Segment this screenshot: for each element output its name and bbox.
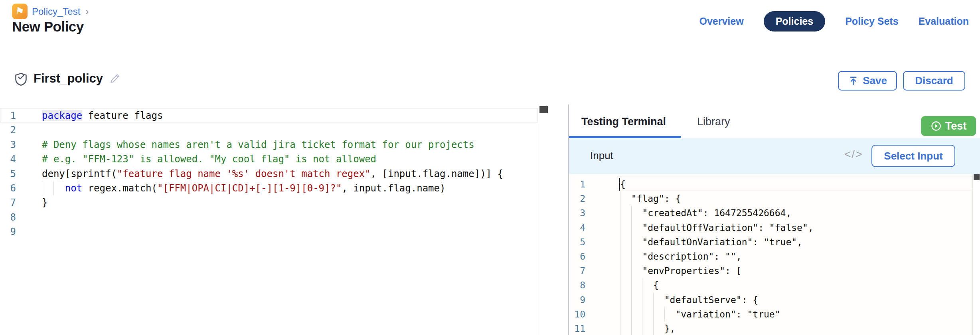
feature-flags-module-icon: ⚑: [12, 4, 28, 19]
code-line[interactable]: 2: [0, 123, 538, 137]
code-line[interactable]: 10 "variation": "true": [569, 307, 973, 321]
code-token: "defaultOnVariation": "true",: [620, 237, 802, 247]
indent-guide: [620, 321, 620, 335]
nav-item-overview[interactable]: Overview: [699, 16, 743, 27]
line-number: 9: [0, 225, 16, 239]
play-icon: [931, 120, 942, 132]
code-token: , input.flag.name): [342, 183, 445, 194]
code-text: "defaultServe": {: [585, 293, 973, 307]
line-number: 1: [569, 177, 585, 191]
code-token: , [input.flag.name])] {: [371, 168, 503, 179]
breadcrumb-project-link[interactable]: Policy_Test: [32, 6, 80, 17]
indent-guide: [631, 206, 632, 220]
code-line[interactable]: 1package feature_flags: [0, 108, 538, 123]
code-text: "createdAt": 1647255426664,: [585, 206, 973, 220]
code-token: feature_flags: [82, 110, 163, 121]
input-editor-scrollbar[interactable]: [972, 174, 980, 335]
indent-guide: [620, 191, 620, 206]
code-line[interactable]: 9 "defaultServe": {: [569, 293, 973, 307]
code-token: "envProperties": [: [620, 266, 742, 276]
code-token: # Deny flags whose names aren't a valid …: [42, 139, 474, 150]
top-header: ⚑ Policy_Test › New Policy Overview Poli…: [0, 0, 980, 49]
code-text: package feature_flags: [16, 108, 538, 123]
scrollbar-thumb[interactable]: [974, 174, 980, 180]
input-json-editor[interactable]: 1{2 "flag": {3 "createdAt": 164725542666…: [569, 174, 973, 335]
indent-guide: [642, 293, 642, 307]
code-text: not regex.match("[FFM|OPA|CI|CD]+[-][1-9…: [16, 181, 538, 195]
code-line[interactable]: 6 "description": "",: [569, 249, 973, 264]
code-line[interactable]: 3# Deny flags whose names aren't a valid…: [0, 138, 538, 152]
indent-guide: [642, 321, 642, 335]
code-line[interactable]: 8: [0, 210, 538, 225]
tab-library[interactable]: Library: [697, 116, 730, 128]
code-token: package: [42, 110, 82, 121]
code-line[interactable]: 11 },: [569, 321, 973, 335]
discard-button[interactable]: Discard: [903, 71, 965, 91]
testing-panel-tabs: Testing Terminal Library Test: [569, 104, 980, 138]
code-line[interactable]: 7}: [0, 195, 538, 210]
code-token: "defaultOffVariation": "false",: [620, 223, 814, 233]
code-line[interactable]: 1{: [569, 177, 973, 191]
policy-editor-scrollbar[interactable]: [538, 104, 549, 335]
line-number: 5: [0, 167, 16, 181]
indent-guide: [620, 221, 620, 235]
tab-testing-terminal[interactable]: Testing Terminal: [581, 116, 666, 128]
scrollbar-thumb[interactable]: [539, 106, 548, 113]
line-number: 11: [569, 321, 585, 335]
indent-guide: [642, 278, 642, 292]
code-line[interactable]: 8 {: [569, 278, 973, 292]
top-nav: Overview Policies Policy Sets Evaluation: [699, 11, 969, 32]
code-text: "flag": {: [585, 191, 973, 206]
code-line[interactable]: 6 not regex.match("[FFM|OPA|CI|CD]+[-][1…: [0, 181, 538, 195]
text-cursor: [619, 178, 620, 191]
code-token: "createdAt": 1647255426664,: [620, 208, 791, 218]
line-number: 6: [0, 181, 16, 195]
code-text: {: [585, 177, 973, 191]
indent-guide: [631, 293, 632, 307]
code-line[interactable]: 4 "defaultOffVariation": "false",: [569, 221, 973, 235]
edit-policy-name-button[interactable]: [109, 72, 121, 85]
line-number: 4: [0, 152, 16, 166]
test-button[interactable]: Test: [921, 116, 976, 136]
code-token: "flag": {: [620, 193, 681, 204]
code-text: # e.g. "FFM-123" is allowed. "My cool fl…: [16, 152, 538, 166]
shield-check-icon: [14, 72, 28, 87]
breadcrumb: ⚑ Policy_Test ›: [12, 4, 89, 19]
code-text: # Deny flags whose names aren't a valid …: [16, 138, 538, 152]
indent-guide: [620, 293, 620, 307]
indent-guide: [631, 235, 632, 249]
page-title: New Policy: [12, 19, 84, 35]
policy-name: First_policy: [34, 71, 103, 86]
testing-panel: Testing Terminal Library Test Input </> …: [568, 104, 980, 335]
indent-guide: [53, 181, 54, 195]
code-line[interactable]: 3 "createdAt": 1647255426664,: [569, 206, 973, 220]
indent-guide: [631, 264, 632, 278]
policy-code-editor[interactable]: 1package feature_flags23# Deny flags who…: [0, 104, 538, 335]
indent-guide: [653, 307, 654, 321]
indent-guide: [620, 264, 620, 278]
code-line[interactable]: 2 "flag": {: [569, 191, 973, 206]
code-line[interactable]: 4# e.g. "FFM-123" is allowed. "My cool f…: [0, 152, 538, 166]
select-input-button[interactable]: Select Input: [871, 145, 955, 167]
code-text: {: [585, 278, 973, 292]
indent-guide: [664, 307, 665, 321]
line-number: 2: [569, 191, 585, 206]
nav-item-policy-sets[interactable]: Policy Sets: [845, 16, 898, 27]
code-view-icon[interactable]: </>: [842, 148, 865, 161]
code-line[interactable]: 9: [0, 225, 538, 239]
line-number: 7: [569, 264, 585, 278]
code-line[interactable]: 5deny[sprintf("feature flag name '%s' do…: [0, 167, 538, 181]
code-line[interactable]: 7 "envProperties": [: [569, 264, 973, 278]
save-button[interactable]: Save: [838, 71, 897, 91]
nav-item-policies[interactable]: Policies: [764, 11, 826, 32]
code-text: "description": "",: [585, 249, 973, 264]
flag-glyph: ⚑: [15, 6, 25, 17]
code-token: "defaultServe": {: [620, 295, 758, 305]
line-number: 6: [569, 249, 585, 264]
code-text: "defaultOffVariation": "false",: [585, 221, 973, 235]
test-button-label: Test: [945, 120, 967, 132]
indent-guide: [631, 221, 632, 235]
code-line[interactable]: 5 "defaultOnVariation": "true",: [569, 235, 973, 249]
code-token: },: [620, 323, 675, 334]
nav-item-evaluation[interactable]: Evaluation: [919, 16, 969, 27]
